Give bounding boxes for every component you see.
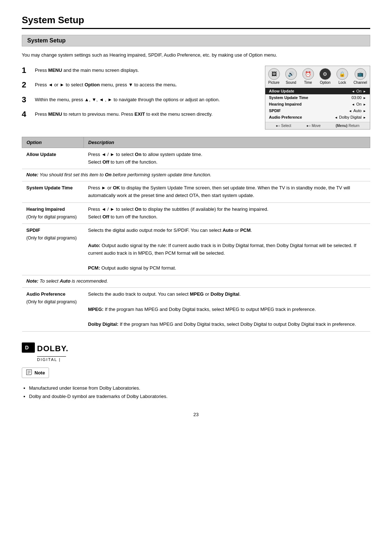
- dolby-d-icon: D: [24, 344, 33, 351]
- step-1: 1 Press MENU and the main menu screen di…: [22, 66, 254, 75]
- steps-list: 1 Press MENU and the main menu screen di…: [22, 66, 254, 130]
- tv-icon-channel: 📺 Channel: [354, 68, 367, 85]
- channel-icon: 📺: [355, 68, 366, 80]
- tv-menu-icons: 🖼 Picture 🔊 Sound ⏰ Time ⚙ Option 🔒 Lock…: [265, 66, 370, 86]
- channel-label: Channel: [354, 81, 367, 85]
- steps-area: 1 Press MENU and the main menu screen di…: [22, 66, 370, 130]
- section-header: System Setup: [22, 35, 370, 46]
- table-row: System Update Time Press ► or OK to disp…: [22, 181, 370, 203]
- table-row: Audio Preference (Only for digital progr…: [22, 287, 370, 331]
- sound-icon: 🔊: [285, 68, 297, 80]
- tv-menu-footer: ●○ Select ●○ Move (Menu) Return: [265, 122, 370, 129]
- option-spdif: SPDIF (Only for digital programs): [22, 224, 84, 275]
- step-2: 2 Press ◄ or ► to select Option menu, pr…: [22, 80, 254, 90]
- svg-text:D: D: [25, 345, 29, 350]
- arrow-right-icon: [363, 95, 366, 100]
- tv-row-hearing: Hearing Impaired On: [265, 101, 370, 107]
- picture-icon: 🖼: [268, 68, 280, 80]
- table-row-note-spdif: Note: To select Auto is recommended.: [22, 275, 370, 288]
- note-label: Note: [34, 370, 45, 376]
- dolby-box-icon: D: [22, 342, 35, 353]
- arrow-left-icon: [351, 89, 355, 93]
- sound-label: Sound: [286, 81, 296, 85]
- dolby-logo: D DOLBY.: [22, 342, 370, 353]
- picture-label: Picture: [268, 81, 279, 85]
- tv-row-spdif: SPDIF Auto: [265, 107, 370, 114]
- col-option: Option: [22, 137, 84, 148]
- step-3: 3 Within the menu, press ▲, ▼, ◄ , ► to …: [22, 95, 254, 104]
- table-row-note-allow: Note: You should first set this item to …: [22, 169, 370, 181]
- arrow-right-icon: [363, 89, 366, 93]
- note-box: Note: [22, 368, 49, 378]
- intro-text: You may change system settings such as H…: [22, 52, 370, 59]
- dolby-digital-label: DIGITAL |: [37, 356, 66, 362]
- spdif-sublabel: (Only for digital programs): [26, 235, 77, 241]
- desc-hearing: Press ◄ / ► to select On to display the …: [84, 202, 370, 224]
- step-4-num: 4: [22, 110, 30, 119]
- tv-menu-screenshot: 🖼 Picture 🔊 Sound ⏰ Time ⚙ Option 🔒 Lock…: [265, 66, 370, 130]
- options-table: Option Description Allow Update Press ◄ …: [22, 137, 370, 332]
- step-3-num: 3: [22, 95, 30, 104]
- list-item: Manufactured under license from Dolby La…: [29, 384, 370, 392]
- page-title: System Setup: [22, 15, 370, 29]
- note-icon: [26, 369, 32, 377]
- arrow-left-icon: [334, 115, 338, 119]
- step-1-num: 1: [22, 66, 30, 75]
- time-icon: ⏰: [302, 68, 314, 80]
- option-label: Option: [320, 81, 330, 85]
- step-4: 4 Press MENU to return to previous menu.…: [22, 110, 254, 119]
- desc-allow-update: Press ◄ / ► to select On to allow system…: [84, 148, 370, 169]
- option-audio-pref: Audio Preference (Only for digital progr…: [22, 287, 84, 331]
- note-allow-update: Note: You should first set this item to …: [22, 169, 370, 181]
- option-allow-update: Allow Update: [22, 148, 84, 169]
- time-label: Time: [304, 81, 312, 85]
- step-1-text: Press MENU and the main menu screen disp…: [35, 66, 139, 74]
- tv-icon-sound: 🔊 Sound: [285, 68, 297, 85]
- arrow-right-icon: [363, 102, 366, 106]
- arrow-left-icon: [349, 108, 352, 113]
- lock-icon: 🔒: [336, 68, 348, 80]
- step-2-num: 2: [22, 80, 30, 90]
- tv-row-allow-update: Allow Update On: [265, 88, 370, 94]
- tv-row-audio-pref: Audio Preference Dolby Digital: [265, 114, 370, 120]
- option-icon: ⚙: [319, 68, 331, 80]
- option-hearing: Hearing Impaired (Only for digital progr…: [22, 202, 84, 224]
- page-number: 23: [22, 412, 370, 417]
- note-symbol-icon: [26, 369, 32, 376]
- desc-audio-pref: Selects the audio track to output. You c…: [84, 287, 370, 331]
- table-row: Allow Update Press ◄ / ► to select On to…: [22, 148, 370, 169]
- desc-spdif: Selects the digital audio output mode fo…: [84, 224, 370, 275]
- arrow-left-icon: [351, 102, 355, 106]
- table-row: SPDIF (Only for digital programs) Select…: [22, 224, 370, 275]
- lock-label: Lock: [338, 81, 346, 85]
- step-4-text: Press MENU to return to previous menu. P…: [35, 110, 213, 118]
- tv-menu-rows: Allow Update On System Update Time 03:00…: [265, 86, 370, 122]
- step-3-text: Within the menu, press ▲, ▼, ◄ , ► to na…: [35, 95, 220, 104]
- arrow-right-icon: [363, 108, 366, 113]
- table-header-row: Option Description: [22, 137, 370, 148]
- dolby-name: DOLBY.: [37, 345, 69, 353]
- tv-icon-time: ⏰ Time: [302, 68, 314, 85]
- desc-system-update: Press ► or OK to display the System Upda…: [84, 181, 370, 203]
- step-2-text: Press ◄ or ► to select Option menu, pres…: [35, 80, 176, 89]
- arrow-right-icon: [363, 115, 366, 119]
- col-description: Description: [84, 137, 370, 148]
- tv-icon-option: ⚙ Option: [319, 68, 331, 85]
- tv-row-system-update: System Update Time 03:00: [265, 94, 370, 101]
- dolby-section: D DOLBY. DIGITAL |: [22, 342, 370, 362]
- option-system-update: System Update Time: [22, 181, 84, 203]
- audio-pref-sublabel: (Only for digital programs): [26, 299, 77, 304]
- tv-icon-lock: 🔒 Lock: [336, 68, 348, 85]
- list-item: Dolby and double-D symbol are trademarks…: [29, 392, 370, 401]
- note-spdif: Note: To select Auto is recommended.: [22, 275, 370, 288]
- table-row: Hearing Impaired (Only for digital progr…: [22, 202, 370, 224]
- hearing-sublabel: (Only for digital programs): [26, 214, 77, 219]
- bullet-list: Manufactured under license from Dolby La…: [22, 384, 370, 401]
- tv-icon-picture: 🖼 Picture: [268, 68, 280, 85]
